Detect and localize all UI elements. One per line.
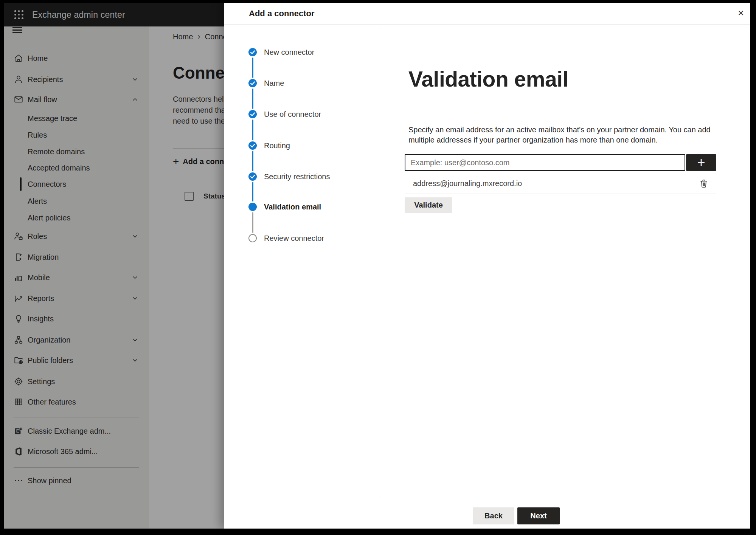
step-upcoming-icon — [248, 234, 257, 242]
content-description-line: multiple addresses if your partner organ… — [408, 135, 711, 145]
step-use-of-connector[interactable]: Use of connector — [224, 106, 375, 123]
address-email: address@journaling.mxrecord.io — [413, 175, 522, 192]
step-label: Name — [264, 75, 284, 91]
step-label: Security restrictions — [264, 168, 330, 185]
add-address-button[interactable]: + — [686, 154, 716, 171]
step-validation-email[interactable]: Validation email — [224, 198, 375, 215]
step-completed-icon — [248, 110, 257, 118]
back-button[interactable]: Back — [473, 507, 514, 524]
email-address-input[interactable] — [405, 154, 685, 171]
step-label: New connector — [264, 44, 314, 60]
footer-divider — [224, 500, 750, 500]
add-connector-panel: Add a connector ✕ New connector Name Use… — [224, 3, 750, 529]
content-description-line: Specify an email address for an active m… — [408, 125, 711, 135]
step-label: Routing — [264, 137, 290, 154]
steps-divider — [379, 25, 379, 500]
step-review-connector[interactable]: Review connector — [224, 230, 375, 247]
step-completed-icon — [248, 172, 257, 181]
content-description: Specify an email address for an active m… — [408, 125, 711, 145]
close-icon[interactable]: ✕ — [735, 8, 747, 19]
step-name[interactable]: Name — [224, 75, 375, 91]
screenshot-stage: Exchange admin center Home Recipients Ma… — [0, 0, 756, 535]
step-completed-icon — [248, 141, 257, 150]
next-button[interactable]: Next — [517, 507, 560, 524]
step-completed-icon — [248, 79, 257, 87]
step-label: Review connector — [264, 230, 324, 247]
trash-icon — [699, 178, 709, 188]
step-label: Validation email — [264, 198, 321, 215]
step-routing[interactable]: Routing — [224, 137, 375, 154]
step-new-connector[interactable]: New connector — [224, 44, 375, 60]
step-security-restrictions[interactable]: Security restrictions — [224, 168, 375, 185]
step-current-icon — [248, 203, 257, 211]
app-window: Exchange admin center Home Recipients Ma… — [4, 3, 750, 529]
address-list-divider — [405, 194, 716, 194]
delete-address-button[interactable] — [699, 178, 709, 188]
content-heading: Validation email — [408, 67, 568, 91]
panel-title: Add a connector — [249, 9, 315, 19]
step-label: Use of connector — [264, 106, 321, 123]
validate-button[interactable]: Validate — [405, 197, 452, 213]
address-list-item: address@journaling.mxrecord.io — [405, 175, 716, 192]
step-completed-icon — [248, 48, 257, 56]
panel-header-divider — [224, 24, 750, 25]
